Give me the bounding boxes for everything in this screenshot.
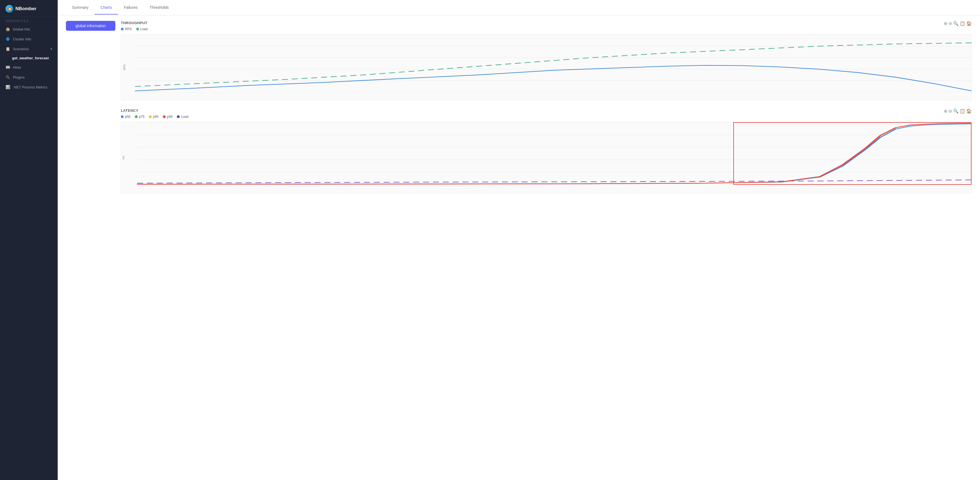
p50-line [137,124,972,184]
latency-svg: 12000.00 9000.00 6000.00 3000.00 0.00 30… [137,122,972,185]
rps-legend: RPS [121,27,132,31]
tab-summary[interactable]: Summary [66,1,94,14]
plugins-icon: 🔌 [5,75,10,79]
throughput-controls: ⊕ ⊖ 🔍 📋 🏠 [944,21,972,26]
sidebar-item-scenario-weather[interactable]: get_weather_forecast [0,54,58,62]
zoom-out-icon[interactable]: ⊖ [948,21,952,26]
sidebar-label-net-metrics: .NET Process Metrics [13,85,47,89]
sidebar-item-scenarios[interactable]: 📋 Scenarios ▾ [0,44,58,54]
p99-line [137,123,972,184]
sidebar-label-hints: Hints [13,65,21,70]
latency-load-dot [177,115,180,118]
latency-controls: ⊕ ⊖ 🔍 📋 🏠 [944,108,972,114]
load-legend: Load [136,27,148,31]
p75-legend: p75 [135,115,145,119]
p99-dot [163,115,165,118]
p99-legend: p99 [163,115,172,119]
latency-y-label: ms [122,156,125,159]
latency-legend: p50 p75 p95 [121,115,188,119]
charts-area: THROUGHPUT RPS Load [121,21,972,472]
latency-home-icon[interactable]: 🏠 [966,108,972,114]
home-icon: 🏠 [5,27,10,31]
tab-failures[interactable]: Failures [118,1,144,14]
sidebar-label-cluster-info: Cluster Info [13,37,31,41]
latency-load-line [137,180,972,183]
rps-dot [121,28,124,30]
latency-magnify-icon[interactable]: 🔍 [953,108,959,114]
sidebar-label-scenarios: Scenarios [13,47,29,51]
latency-chart-container: LATENCY p50 p75 [121,108,972,193]
sidebar-item-hints[interactable]: 📖 Hints [0,62,58,72]
sidebar-item-net-metrics[interactable]: 📊 .NET Process Metrics [0,82,58,92]
sidebar-item-plugins[interactable]: 🔌 Plugins [0,72,58,82]
left-panel: global information [66,21,115,472]
throughput-svg: 1000.0 800.0 600.0 400.0 200.0 0.0 30:10… [135,35,972,92]
tab-thresholds[interactable]: Thresholds [144,1,175,14]
cluster-icon: 🔷 [5,37,10,41]
zoom-in-icon[interactable]: ⊕ [944,21,947,26]
sidebar-label-scenario-weather: get_weather_forecast [12,56,49,60]
sidebar-item-cluster-info[interactable]: 🔷 Cluster Info [0,34,58,44]
home-reset-icon[interactable]: 🏠 [966,21,972,26]
sidebar-item-global-info[interactable]: 🏠 Global Info [0,24,58,34]
load-line [135,43,972,86]
sidebar-label-global-info: Global Info [13,27,30,31]
load-dot [136,28,139,30]
latency-zoom-in-icon[interactable]: ⊕ [944,108,947,114]
throughput-legend: RPS Load [121,27,148,31]
throughput-y-label: RPS [123,65,126,70]
p50-dot [121,115,124,118]
p95-legend: p95 [149,115,159,119]
main-panel: Summary Charts Failures Thresholds globa… [58,0,980,480]
logo-icon: 💥 [5,5,13,13]
hints-icon: 📖 [5,65,10,70]
chevron-down-icon: ▾ [51,47,52,51]
copy-icon[interactable]: 📋 [960,21,965,26]
sidebar-label-plugins: Plugins [13,75,25,79]
sidebar: 💥 NBomber VERSION 5.8.2 🏠 Global Info 🔷 … [0,0,58,480]
throughput-title: THROUGHPUT [121,21,148,25]
global-info-button[interactable]: global information [66,21,115,31]
throughput-chart: RPS 1000.0 800.0 600.0 400.0 [121,34,972,100]
latency-title: LATENCY [121,108,188,113]
tab-charts[interactable]: Charts [94,1,118,14]
logo-area: 💥 NBomber [0,0,58,17]
latency-zoom-out-icon[interactable]: ⊖ [948,108,952,114]
p75-dot [135,115,138,118]
content-area: global information THROUGHPUT RPS [58,15,980,480]
metrics-icon: 📊 [5,85,10,89]
tabs-bar: Summary Charts Failures Thresholds [58,0,980,15]
latency-load-legend: Load [177,115,188,119]
magnify-icon[interactable]: 🔍 [953,21,959,26]
version-label: VERSION 5.8.2 [0,17,58,24]
app-name: NBomber [15,6,37,11]
latency-chart: ms 12000.00 9000.00 6000.00 3000.00 [121,122,972,193]
scenarios-icon: 📋 [5,47,10,51]
throughput-chart-container: THROUGHPUT RPS Load [121,21,972,100]
p95-dot [149,115,152,118]
p50-legend: p50 [121,115,130,119]
latency-copy-icon[interactable]: 📋 [960,108,965,114]
